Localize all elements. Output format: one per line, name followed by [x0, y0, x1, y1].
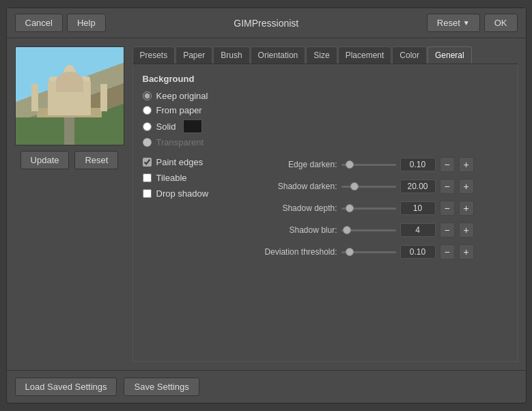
taj-minaret-right: [100, 84, 107, 111]
shadow-darken-increment[interactable]: +: [459, 179, 474, 194]
main-dialog: Cancel Help GIMPressionist Reset ▼ OK: [6, 8, 527, 403]
shadow-depth-value[interactable]: [400, 201, 436, 215]
edge-darken-label: Edge darken:: [245, 160, 337, 169]
tab-placement[interactable]: Placement: [338, 46, 392, 63]
update-button[interactable]: Update: [20, 151, 70, 169]
radio-transparent-input: [143, 138, 152, 147]
checkbox-drop-shadow[interactable]: Drop shadow: [143, 188, 232, 199]
radio-solid-input[interactable]: [143, 122, 152, 131]
radio-from-paper-input[interactable]: [143, 106, 152, 115]
shadow-darken-slider[interactable]: [341, 186, 396, 188]
right-panel: Presets Paper Brush Orientation Size Pla…: [132, 46, 518, 362]
edge-darken-value[interactable]: [400, 158, 436, 171]
shadow-blur-value[interactable]: [400, 223, 436, 237]
shadow-darken-value[interactable]: [400, 180, 436, 193]
checkbox-drop-shadow-label: Drop shadow: [156, 188, 209, 199]
shadow-depth-track: [341, 202, 396, 214]
tab-orientation[interactable]: Orientation: [251, 46, 306, 63]
reset-button[interactable]: Reset ▼: [427, 14, 480, 32]
tab-color[interactable]: Color: [392, 46, 427, 63]
preview-image: [15, 46, 124, 145]
radio-keep-original[interactable]: Keep original: [143, 91, 507, 101]
shadow-darken-decrement[interactable]: −: [440, 179, 455, 194]
taj-dome: [64, 65, 76, 84]
radio-solid[interactable]: Solid: [143, 119, 507, 133]
shadow-darken-label: Shadow darken:: [245, 182, 337, 191]
taj-path: [64, 117, 75, 145]
slider-row-shadow-blur: Shadow blur: − +: [245, 223, 507, 238]
tab-presets[interactable]: Presets: [132, 46, 176, 63]
tab-paper[interactable]: Paper: [176, 46, 212, 63]
slider-row-deviation-threshold: Deviation threshold: − +: [245, 244, 507, 259]
footer: Load Saved Settings Save Settings: [7, 370, 526, 403]
radio-solid-label: Solid: [156, 122, 176, 132]
radio-from-paper[interactable]: From paper: [143, 105, 507, 115]
tab-general[interactable]: General: [428, 46, 472, 63]
deviation-threshold-value[interactable]: [400, 245, 436, 259]
checkbox-paint-edges[interactable]: Paint edges: [143, 157, 232, 167]
deviation-threshold-increment[interactable]: +: [459, 244, 474, 259]
tab-size[interactable]: Size: [306, 46, 337, 63]
deviation-threshold-track: [341, 246, 396, 258]
reset-preview-button[interactable]: Reset: [74, 151, 118, 169]
dialog-title: GIMPressionist: [106, 18, 427, 29]
radio-from-paper-label: From paper: [156, 105, 202, 115]
taj-main-building: [48, 81, 91, 115]
radio-keep-original-input[interactable]: [143, 91, 152, 100]
edge-darken-increment[interactable]: +: [459, 157, 474, 172]
left-buttons: Cancel Help: [15, 14, 106, 32]
ok-button[interactable]: OK: [484, 14, 518, 32]
slider-row-shadow-darken: Shadow darken: − +: [245, 179, 507, 194]
shadow-depth-increment[interactable]: +: [459, 201, 474, 216]
reset-dropdown-arrow: ▼: [463, 19, 470, 27]
edge-darken-track: [341, 158, 396, 171]
background-radio-group: Keep original From paper Solid Transpare…: [143, 91, 507, 147]
deviation-threshold-slider[interactable]: [341, 251, 396, 253]
shadow-blur-label: Shadow blur:: [245, 225, 337, 235]
slider-row-edge-darken: Edge darken: − +: [245, 157, 507, 172]
options-section: Paint edges Tileable Drop shadow: [143, 157, 507, 259]
shadow-blur-track: [341, 224, 396, 236]
shadow-blur-increment[interactable]: +: [459, 223, 474, 238]
main-content: Update Reset Presets Paper Brush Orienta…: [7, 38, 526, 370]
checkbox-paint-edges-label: Paint edges: [156, 157, 204, 167]
shadow-blur-slider[interactable]: [341, 229, 396, 231]
shadow-depth-decrement[interactable]: −: [440, 201, 455, 216]
radio-transparent[interactable]: Transparent: [143, 137, 507, 147]
shadow-depth-slider[interactable]: [341, 208, 396, 210]
checkbox-tileable-label: Tileable: [156, 173, 187, 183]
tab-general-content: Background Keep original From paper Soli…: [132, 64, 518, 362]
left-panel: Update Reset: [15, 46, 124, 362]
help-button[interactable]: Help: [67, 14, 106, 32]
tabs-bar: Presets Paper Brush Orientation Size Pla…: [132, 46, 518, 64]
radio-keep-original-label: Keep original: [156, 91, 208, 101]
background-title: Background: [143, 74, 507, 84]
shadow-blur-decrement[interactable]: −: [440, 223, 455, 238]
sliders-section: Edge darken: − + Shadow darken:: [245, 157, 507, 259]
checkboxes-group: Paint edges Tileable Drop shadow: [143, 157, 232, 259]
cancel-button[interactable]: Cancel: [15, 14, 63, 32]
edge-darken-slider[interactable]: [341, 164, 396, 166]
taj-minaret-left: [31, 84, 38, 111]
checkbox-tileable-input[interactable]: [143, 173, 152, 182]
checkbox-paint-edges-input[interactable]: [143, 158, 152, 167]
shadow-depth-label: Shadow depth:: [245, 203, 337, 213]
tab-brush[interactable]: Brush: [213, 46, 249, 63]
radio-transparent-label: Transparent: [156, 137, 204, 147]
save-settings-button[interactable]: Save Settings: [124, 378, 199, 396]
deviation-threshold-label: Deviation threshold:: [245, 247, 337, 257]
shadow-darken-track: [341, 180, 396, 193]
reset-label: Reset: [437, 18, 460, 28]
deviation-threshold-decrement[interactable]: −: [440, 244, 455, 259]
title-bar: Cancel Help GIMPressionist Reset ▼ OK: [7, 8, 526, 38]
load-settings-button[interactable]: Load Saved Settings: [15, 378, 117, 396]
checkbox-tileable[interactable]: Tileable: [143, 173, 232, 183]
preview-buttons: Update Reset: [20, 151, 119, 169]
edge-darken-decrement[interactable]: −: [440, 157, 455, 172]
checkbox-drop-shadow-input[interactable]: [143, 189, 152, 198]
slider-row-shadow-depth: Shadow depth: − +: [245, 201, 507, 216]
solid-color-swatch[interactable]: [183, 119, 202, 133]
right-buttons: Reset ▼ OK: [427, 14, 518, 32]
